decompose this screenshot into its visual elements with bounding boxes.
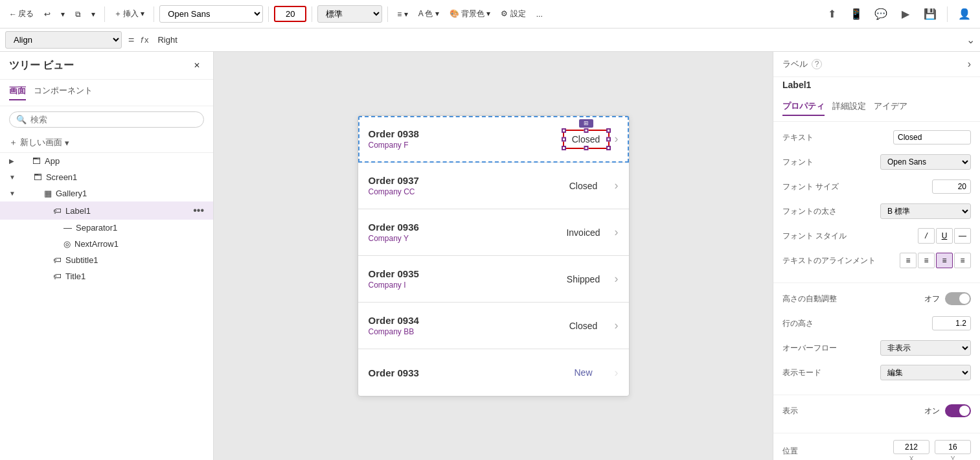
main-layout: ツリー ビュー ✕ 画面 コンポーネント 🔍 ＋ 新しい画面 ▾ ▶ 🗔 App [0, 52, 980, 460]
play-button[interactable]: ▶ [895, 4, 916, 25]
autoheight-toggle[interactable] [945, 292, 971, 305]
item-status-2: Closed [558, 181, 610, 191]
item-title-4: Order 0935 [369, 268, 558, 279]
tree-items: ▶ 🗔 App ▼ 🗔 Screen1 ▼ ▦ Gallery1 ▶ [0, 153, 213, 460]
visible-toggle[interactable] [945, 404, 971, 417]
more-button[interactable]: ... [532, 7, 547, 21]
fontsize-prop-input[interactable] [932, 179, 971, 194]
handle-bm[interactable] [584, 146, 588, 150]
tab-properties[interactable]: プロパティ [782, 100, 825, 116]
strikethrough-button[interactable]: — [954, 228, 971, 244]
panel-chevron-right[interactable]: › [968, 58, 971, 70]
settings-button[interactable]: ⚙ 設定 [497, 6, 529, 22]
gallery-item-5[interactable]: Order 0934 Company BB Closed › [358, 303, 629, 349]
text-prop-input[interactable] [893, 130, 971, 144]
color-button[interactable]: A 色 ▾ [415, 6, 443, 22]
align-center-button[interactable]: ≡ [918, 253, 935, 268]
panel-tabs: 画面 コンポーネント [0, 80, 213, 106]
tree-item-nextarrow1[interactable]: ▶ ◎ NextArrow1 [0, 236, 213, 252]
displaymode-prop-select[interactable]: 編集 [880, 365, 971, 380]
tab-idea[interactable]: アイデア [874, 100, 907, 116]
tree-item-title1[interactable]: ▶ 🏷 Title1 [0, 268, 213, 284]
tab-detail[interactable]: 詳細設定 [832, 100, 866, 116]
gallery-item-6[interactable]: Order 0933 New › [358, 349, 629, 396]
tree-item-app[interactable]: ▶ 🗔 App [0, 153, 213, 169]
phone-button[interactable]: 📱 [846, 4, 867, 25]
tab-screen[interactable]: 画面 [9, 85, 26, 100]
align-justify-button[interactable]: ≡ [954, 253, 971, 268]
font-select[interactable]: Open Sans [159, 5, 263, 23]
gallery-item-4[interactable]: Order 0935 Company I Shipped › [358, 256, 629, 303]
tree-label: Separator1 [76, 223, 204, 233]
formula-dropdown[interactable]: Align [5, 31, 122, 49]
copy-dropdown[interactable]: ▾ [87, 7, 99, 21]
handle-mr[interactable] [606, 137, 611, 141]
prop-row-autoheight: 高さの自動調整 オフ [782, 290, 971, 308]
align-right-button[interactable]: ≡ [936, 253, 953, 268]
more-icon[interactable]: ••• [193, 205, 204, 216]
x-input[interactable] [893, 440, 929, 454]
y-input[interactable] [935, 440, 971, 454]
y-field: Y [935, 440, 971, 460]
fx-label: fx [141, 35, 148, 45]
undo-dropdown[interactable]: ▾ [57, 7, 69, 21]
gallery-item-3[interactable]: Order 0936 Company Y Invoiced › [358, 209, 629, 256]
new-screen-button[interactable]: ＋ 新しい画面 ▾ [0, 133, 213, 153]
lineheight-prop-input[interactable] [932, 316, 971, 330]
tree-label: Screen1 [46, 172, 204, 182]
item-title-5: Order 0934 [369, 315, 558, 326]
italic-button[interactable]: / [918, 228, 935, 244]
fontweight-prop-select[interactable]: B 標準 [880, 203, 971, 219]
underline-button[interactable]: U [936, 228, 953, 244]
back-button[interactable]: ← 戻る [5, 6, 38, 22]
font-size-input[interactable]: 20 [274, 6, 306, 22]
label-control-box[interactable]: Closed [563, 130, 610, 149]
handle-tr[interactable] [606, 128, 611, 133]
overflow-prop-select[interactable]: 非表示 [880, 340, 971, 356]
tree-label: Gallery1 [56, 189, 204, 198]
tree-item-separator1[interactable]: ▶ — Separator1 [0, 220, 213, 236]
tree-item-gallery1[interactable]: ▼ ▦ Gallery1 [0, 185, 213, 201]
subtitle-icon: 🏷 [53, 255, 62, 265]
tab-component[interactable]: コンポーネント [34, 85, 93, 100]
tree-item-screen1[interactable]: ▼ 🗔 Screen1 [0, 169, 213, 185]
canvas-frame: Order 0938 Company F ⊞ Closed [358, 115, 630, 397]
divider1 [104, 6, 105, 22]
tree-label: Label1 [65, 206, 189, 216]
font-prop-select[interactable]: Open Sans [880, 154, 971, 170]
handle-br[interactable] [606, 146, 611, 150]
tree-item-label1[interactable]: ▶ 🏷 Label1 ••• [0, 201, 213, 220]
handle-ml[interactable] [562, 137, 566, 141]
text-prop-label: テキスト [782, 132, 860, 143]
align-button[interactable]: ≡ ▾ [393, 7, 411, 21]
copy-button[interactable]: ⧉ [71, 7, 85, 21]
divider5 [387, 6, 388, 22]
formula-input[interactable] [152, 32, 963, 47]
gallery-item-1[interactable]: Order 0938 Company F ⊞ Closed [358, 116, 629, 163]
item-status-3: Invoiced [558, 227, 610, 238]
insert-button[interactable]: ＋ 挿入 ▾ [110, 6, 148, 22]
align-left-button[interactable]: ≡ [900, 253, 917, 268]
undo-button[interactable]: ↩ [40, 7, 54, 21]
handle-tm[interactable] [584, 128, 588, 133]
chat-button[interactable]: 💬 [871, 4, 891, 25]
formula-chevron[interactable]: ⌄ [966, 34, 975, 46]
handle-bl[interactable] [562, 146, 566, 150]
close-panel-button[interactable]: ✕ [190, 58, 204, 73]
gallery-item-2[interactable]: Order 0937 Company CC Closed › [358, 163, 629, 209]
save-button[interactable]: 💾 [920, 4, 940, 25]
user-button[interactable]: 👤 [954, 4, 975, 25]
prop-section-visibility: 表示 オン [773, 395, 980, 433]
tree-label: NextArrow1 [74, 239, 204, 249]
style-select[interactable]: 標準 [317, 5, 382, 23]
bg-color-button[interactable]: 🎨 背景色 ▾ [446, 6, 495, 22]
search-input[interactable] [30, 115, 197, 124]
chevron-icon: ▶ [9, 157, 14, 165]
item-text-6: Order 0933 [369, 367, 558, 378]
share-button[interactable]: ⬆ [821, 4, 842, 25]
title-icon: 🏷 [53, 271, 62, 281]
tree-item-subtitle1[interactable]: ▶ 🏷 Subtitle1 [0, 252, 213, 268]
item-subtitle-3: Company Y [369, 234, 558, 243]
prop-row-overflow: オーバーフロー 非表示 [782, 339, 971, 357]
handle-tl[interactable] [562, 128, 566, 133]
